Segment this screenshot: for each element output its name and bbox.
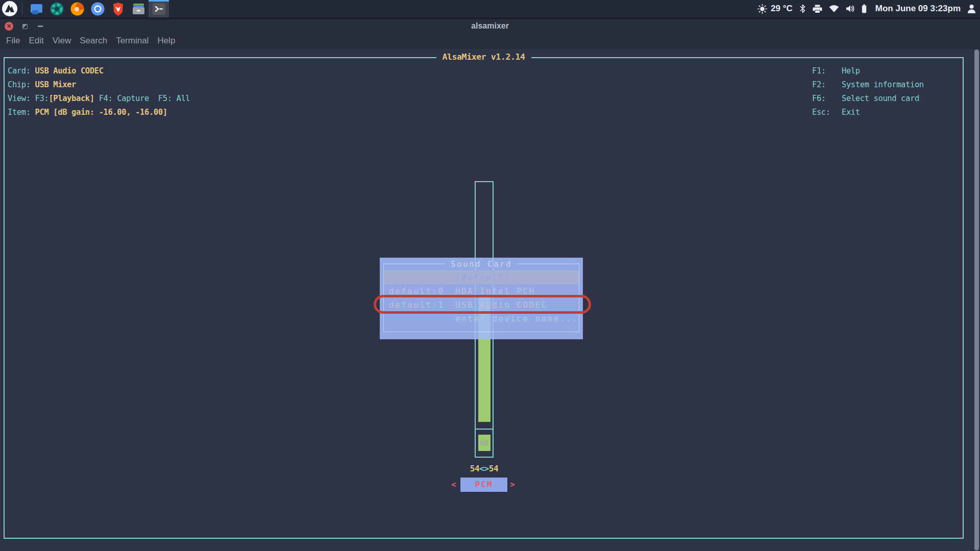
taskbar-app-firefox[interactable] (67, 0, 87, 17)
menu-edit[interactable]: Edit (29, 36, 43, 46)
terminal-scrollbar[interactable] (974, 49, 979, 550)
dialog-row-enter-device-name: enter device name... (455, 312, 578, 325)
view-other-modes: F4: Capture F5: All (94, 94, 190, 103)
temperature-reading: 29 °C (771, 4, 793, 14)
volume-separator: <> (479, 464, 488, 473)
chip-line: Chip: USB Mixer (8, 79, 76, 90)
volume-bar-divider (476, 429, 493, 430)
terminal-icon (152, 2, 166, 16)
file-manager-icon (29, 2, 44, 16)
dialog-title-line-left (383, 264, 446, 264)
card-line: Card: USB Audio CODEC (8, 65, 104, 77)
menu-file[interactable]: File (6, 36, 20, 46)
mute-switch[interactable]: OO (478, 435, 491, 451)
battery-icon[interactable] (862, 4, 867, 13)
taskbar-app-terminal[interactable] (149, 0, 169, 17)
help-f6: F6:Select sound card (812, 93, 965, 104)
clock[interactable]: Mon June 09 3:23pm (875, 4, 961, 14)
wifi-icon[interactable] (829, 5, 839, 13)
help-f2-label: System information (842, 79, 924, 90)
window-title: alsamixer (0, 19, 980, 32)
channel-right-arrow[interactable]: > (510, 478, 514, 492)
item-value: PCM [dB gain: -16.00, -16.00] (35, 108, 167, 117)
taskbar-divider (22, 2, 22, 15)
menu-view[interactable]: View (53, 36, 71, 46)
item-label: Item: (8, 108, 35, 117)
dialog-row-default-device: - (389, 272, 395, 282)
view-line: View: F3:[Playback] F4: Capture F5: All (8, 93, 190, 104)
card-value: USB Audio CODEC (35, 66, 104, 76)
dialog-row-enter-device[interactable]: enter device name... (384, 312, 579, 325)
taskbar-apps (0, 0, 169, 17)
taskbar-app-chromium[interactable] (87, 0, 108, 17)
close-button[interactable]: ✕ (5, 22, 13, 31)
terminal-titlebar[interactable]: alsamixer ✕ (0, 19, 980, 32)
help-f1-label: Help (842, 65, 860, 77)
taskbar-status: 29 °C (757, 0, 980, 17)
brightness-sun-icon[interactable] (757, 4, 767, 14)
item-line: Item: PCM [dB gain: -16.00, -16.00] (8, 107, 167, 118)
taskbar-app-brave[interactable] (108, 0, 128, 17)
chip-label: Chip: (8, 80, 35, 89)
terminal-content: AlsaMixer v1.2.14 Card: USB Audio CODEC … (0, 49, 980, 551)
taskbar-app-file-manager[interactable] (26, 0, 46, 17)
help-f6-label: Select sound card (842, 93, 919, 104)
brave-icon (111, 2, 126, 16)
volume-icon[interactable] (846, 5, 855, 13)
dialog-title-line-right (517, 264, 579, 264)
help-esc-label: Exit (842, 107, 860, 118)
alsamixer-title: AlsaMixer v1.2.14 (436, 52, 531, 62)
taskbar: 29 °C (0, 0, 980, 17)
taskbar-app-archive[interactable] (128, 0, 149, 17)
help-f1: F1:Help (812, 65, 965, 77)
taskbar-app-settings[interactable] (46, 0, 67, 17)
archive-manager-icon (131, 2, 146, 16)
settings-icon (50, 2, 64, 16)
sound-card-dialog-title: Sound Card (446, 259, 517, 269)
help-f2-key: F2: (812, 80, 826, 89)
distro-logo-icon[interactable] (2, 1, 17, 16)
channel-left-arrow[interactable]: < (451, 478, 456, 492)
restore-button[interactable] (22, 24, 28, 29)
help-f1-key: F1: (812, 66, 826, 76)
bluetooth-icon[interactable] (799, 4, 806, 13)
view-label: View: F3: (8, 94, 48, 103)
volume-left-value: 54 (470, 464, 479, 473)
annotation-highlight-ring (374, 295, 591, 314)
help-f6-key: F6: (812, 94, 826, 103)
terminal-menubar: File Edit View Search Terminal Help (0, 32, 980, 49)
channel-name-badge[interactable]: PCM (460, 478, 507, 492)
menu-search[interactable]: Search (80, 36, 107, 46)
firefox-icon (70, 2, 85, 16)
dialog-row-default-name: (default) (455, 270, 510, 284)
sound-card-dialog-titlerow: Sound Card (383, 259, 579, 269)
user-icon[interactable] (967, 4, 976, 13)
chromium-icon (90, 2, 105, 16)
desktop: 29 °C (0, 0, 980, 551)
volume-right-value: 54 (489, 464, 498, 473)
active-app-indicator (149, 0, 169, 2)
minimize-button[interactable] (38, 26, 43, 27)
help-f2: F2:System information (812, 79, 965, 90)
volume-values: 54<>54 (449, 464, 519, 474)
menu-help[interactable]: Help (157, 36, 175, 46)
menu-terminal[interactable]: Terminal (116, 36, 149, 46)
card-label: Card: (8, 66, 35, 76)
view-playback-mode: [Playback] (48, 94, 94, 103)
dialog-row-default[interactable]: -(default) (384, 270, 579, 284)
chip-value: USB Mixer (35, 80, 76, 89)
help-esc-key: Esc: (812, 108, 830, 117)
printer-icon[interactable] (813, 5, 822, 13)
help-esc: Esc:Exit (812, 107, 965, 118)
